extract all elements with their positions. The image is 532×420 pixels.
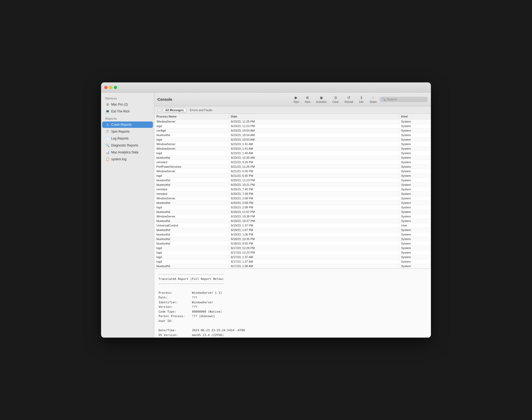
activities-icon: ◉ xyxy=(319,95,324,100)
info-icon: ℹ xyxy=(359,95,364,100)
cell-kind: System xyxy=(399,169,431,173)
cell-date: 6/19/23, 1:37 PM xyxy=(229,223,399,228)
all-messages-filter[interactable]: All Messages xyxy=(163,108,186,112)
toolbar-buttons: ▶ Start ⊕ New ◉ Activities ⊘ Clear xyxy=(291,94,428,104)
table-row[interactable]: WindowServer 6/23/23, 11:25 PM System xyxy=(154,119,431,124)
table-row[interactable]: logd 6/23/23, 1:40 AM System xyxy=(154,151,431,156)
table-row[interactable]: bluetoothd 6/19/23, 10:37 PM System xyxy=(154,219,431,223)
sidebar-item-label: Eat The Rich xyxy=(111,110,130,113)
search-input[interactable] xyxy=(387,98,426,101)
toolbar-title: Console xyxy=(157,97,172,102)
table-row[interactable]: bluetoothd 6/20/23, 11:23 PM System xyxy=(154,178,431,183)
cell-kind: System xyxy=(399,219,431,223)
table-row[interactable]: UniversalControl 6/19/23, 1:37 PM User xyxy=(154,223,431,228)
column-header-process: Process Name xyxy=(154,114,229,119)
table-row[interactable]: logd 6/23/23, 11:23 PM System xyxy=(154,124,431,128)
cell-date: 6/20/23, 7:40 PM xyxy=(229,187,399,191)
cell-date: 6/19/23, 10:38 PM xyxy=(229,214,399,219)
table-row[interactable]: remoted 6/20/23, 7:40 PM System xyxy=(154,187,431,192)
clear-button[interactable]: ⊘ Clear xyxy=(330,94,342,104)
clear-label: Clear xyxy=(332,100,339,103)
table-container[interactable]: Process Name Date Kind WindowServer 6/23… xyxy=(154,114,431,268)
cell-date: 6/17/23, 12:26 PM xyxy=(229,246,399,250)
table-row[interactable]: bluetoothd 6/18/23, 9:55 PM System xyxy=(154,241,431,246)
table-row[interactable]: bluetoothd 6/20/23, 2:08 PM System xyxy=(154,201,431,205)
table-row[interactable]: logd 6/23/23, 10:53 AM System xyxy=(154,137,431,142)
table-row[interactable]: configd 6/23/23, 10:54 AM System xyxy=(154,128,431,133)
devices-section-label: Devices xyxy=(101,95,154,101)
table-row[interactable]: logd 6/17/23, 1:37 AM System xyxy=(154,255,431,259)
cell-process: WindowServer xyxy=(154,169,229,173)
share-button[interactable]: ↑ Share xyxy=(367,94,379,104)
table-row[interactable]: WindowServer 6/21/23, 6:35 PM System xyxy=(154,169,431,174)
sidebar-item-label: Mac Analytics Data xyxy=(111,150,138,154)
content-area: Devices 🖥 Mac Pro (2) 💻 Eat The Rich Rep… xyxy=(101,93,431,338)
filter-checkbox[interactable]: ✓ xyxy=(157,108,161,112)
new-button[interactable]: ⊕ New xyxy=(302,94,313,104)
cell-kind: System xyxy=(399,259,431,264)
errors-faults-filter[interactable]: Errors and Faults xyxy=(188,108,214,112)
table-row[interactable]: bluetoothd 6/20/23, 10:21 PM System xyxy=(154,183,431,187)
cell-date: 6/17/23, 1:36 AM xyxy=(229,264,399,268)
table-row[interactable]: bluetoothd 6/17/23, 1:36 AM System xyxy=(154,264,431,268)
cell-date: 6/23/23, 11:25 PM xyxy=(229,119,399,124)
table-row[interactable]: PerfPowerServices 6/21/23, 11:25 PM Syst… xyxy=(154,165,431,169)
table-row[interactable]: bluetoothd 6/19/23, 1:06 PM System xyxy=(154,232,431,237)
table-row[interactable]: WindowServer 6/19/23, 10:38 PM System xyxy=(154,214,431,219)
sidebar-item-mac-pro[interactable]: 🖥 Mac Pro (2) xyxy=(102,101,153,108)
sidebar-item-crash-reports[interactable]: ⚠ Crash Reports xyxy=(102,121,153,128)
sidebar-item-log-reports[interactable]: 📄 Log Reports xyxy=(102,135,153,142)
table-row[interactable]: bluetoothd 6/19/23, 1:07 PM System xyxy=(154,228,431,232)
table-row[interactable]: bluetoothd 6/19/23, 11:57 PM System xyxy=(154,210,431,214)
sidebar-item-eat-the-rich[interactable]: 💻 Eat The Rich xyxy=(102,108,153,115)
sidebar-item-mac-analytics[interactable]: 📊 Mac Analytics Data xyxy=(102,149,153,156)
sidebar-item-spin-reports[interactable]: ⏱ Spin Reports xyxy=(102,128,153,135)
cell-process: logd xyxy=(154,174,229,178)
table-row[interactable]: remoted 6/20/23, 7:39 PM System xyxy=(154,192,431,196)
table-row[interactable]: logd 6/17/23, 12:23 PM System xyxy=(154,250,431,255)
cell-date: 6/20/23, 2:08 PM xyxy=(229,201,399,205)
sidebar-item-diagnostic-reports[interactable]: 🔍 Diagnostic Reports xyxy=(102,142,153,149)
search-box[interactable]: 🔍 xyxy=(380,97,428,102)
cell-process: bluetoothd xyxy=(154,183,229,187)
cell-kind: System xyxy=(399,174,431,178)
sidebar-item-system-log[interactable]: 📋 system.log xyxy=(102,156,153,162)
minimize-button[interactable] xyxy=(109,86,112,89)
cell-date: 6/19/23, 11:57 PM xyxy=(229,210,399,214)
activities-button[interactable]: ◉ Activities xyxy=(313,94,329,104)
sidebar-item-label: Spin Reports xyxy=(111,130,130,133)
cell-date: 6/23/23, 1:41 AM xyxy=(229,142,399,146)
cell-kind: System xyxy=(399,187,431,191)
table-row[interactable]: WindowServer 6/20/23, 2:08 PM System xyxy=(154,196,431,201)
info-button[interactable]: ℹ Info xyxy=(356,94,366,104)
cell-process: logd xyxy=(154,255,229,259)
table-row[interactable]: logd 6/21/23, 6:35 PM System xyxy=(154,174,431,178)
table-row[interactable]: bluetoothd 6/18/23, 10:35 PM System xyxy=(154,237,431,241)
cell-process: logd xyxy=(154,124,229,128)
table-row[interactable]: remoted 6/22/23, 9:26 PM System xyxy=(154,160,431,165)
cell-process: remoted xyxy=(154,192,229,196)
maximize-button[interactable] xyxy=(114,86,117,89)
cell-process: bluetoothd xyxy=(154,228,229,232)
table-row[interactable]: logd 6/20/23, 2:08 PM System xyxy=(154,205,431,210)
cell-date: 6/19/23, 10:37 PM xyxy=(229,219,399,223)
cell-process: bluetoothd xyxy=(154,219,229,223)
cell-kind: System xyxy=(399,250,431,255)
table-row[interactable]: WindowServer 6/23/23, 1:41 AM System xyxy=(154,146,431,151)
reload-button[interactable]: ↺ Reload xyxy=(342,94,356,104)
detail-panel: ------------------------------------- Tr… xyxy=(154,268,431,338)
cell-date: 6/20/23, 10:21 PM xyxy=(229,183,399,187)
cell-kind: System xyxy=(399,146,431,151)
cell-process: logd xyxy=(154,137,229,142)
table-row[interactable]: bluetoothd 6/23/23, 10:54 AM System xyxy=(154,133,431,137)
start-button[interactable]: ▶ Start xyxy=(291,94,302,104)
cell-kind: System xyxy=(399,142,431,146)
table-row[interactable]: logd 6/17/23, 1:37 AM System xyxy=(154,259,431,264)
cell-kind: System xyxy=(399,228,431,232)
search-icon: 🔍 xyxy=(382,98,386,101)
cell-kind: System xyxy=(399,128,431,133)
table-row[interactable]: logd 6/17/23, 12:26 PM System xyxy=(154,246,431,250)
table-row[interactable]: WindowServer 6/23/23, 1:41 AM System xyxy=(154,142,431,146)
close-button[interactable] xyxy=(104,86,107,89)
table-row[interactable]: bluetoothd 6/23/23, 12:35 AM System xyxy=(154,156,431,160)
